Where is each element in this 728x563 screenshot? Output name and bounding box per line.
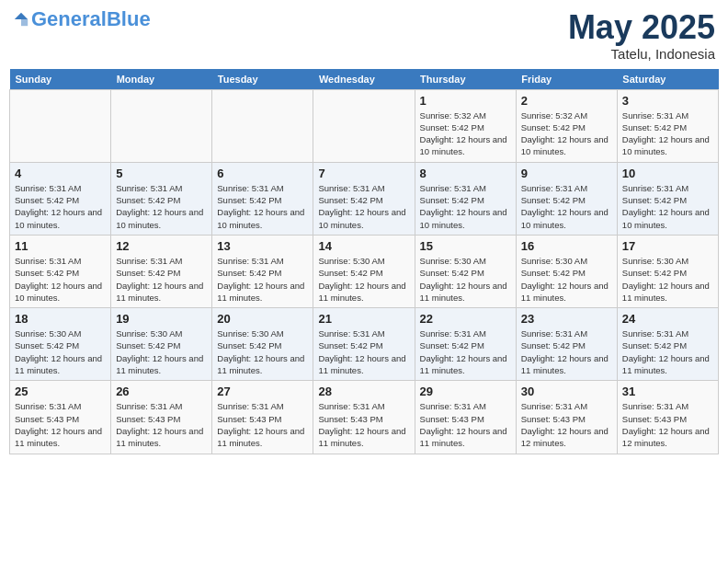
day-number: 23: [521, 312, 612, 326]
header-saturday: Saturday: [617, 69, 718, 90]
day-info: Sunrise: 5:31 AMSunset: 5:42 PMDaylight:…: [420, 327, 511, 376]
day-number: 6: [217, 167, 308, 180]
table-row: 18Sunrise: 5:30 AMSunset: 5:42 PMDayligh…: [10, 308, 111, 381]
day-number: 1: [420, 94, 511, 108]
day-info: Sunrise: 5:31 AMSunset: 5:42 PMDaylight:…: [622, 327, 713, 376]
day-number: 9: [521, 167, 612, 180]
header-friday: Friday: [516, 69, 617, 90]
day-number: 11: [15, 239, 106, 253]
day-info: Sunrise: 5:30 AMSunset: 5:42 PMDaylight:…: [521, 255, 612, 304]
day-number: 18: [15, 312, 106, 326]
table-row: 3Sunrise: 5:31 AMSunset: 5:42 PMDaylight…: [617, 89, 718, 162]
svg-marker-1: [21, 19, 28, 26]
table-row: 4Sunrise: 5:31 AMSunset: 5:42 PMDaylight…: [10, 162, 111, 235]
day-info: Sunrise: 5:31 AMSunset: 5:43 PMDaylight:…: [15, 400, 106, 449]
calendar-week-row: 25Sunrise: 5:31 AMSunset: 5:43 PMDayligh…: [10, 381, 719, 454]
calendar-week-row: 4Sunrise: 5:31 AMSunset: 5:42 PMDaylight…: [10, 162, 719, 235]
table-row: 7Sunrise: 5:31 AMSunset: 5:42 PMDaylight…: [313, 162, 415, 235]
svg-marker-0: [15, 13, 28, 19]
day-info: Sunrise: 5:30 AMSunset: 5:42 PMDaylight:…: [15, 327, 106, 376]
table-row: 30Sunrise: 5:31 AMSunset: 5:43 PMDayligh…: [516, 381, 617, 454]
header-monday: Monday: [111, 69, 212, 90]
day-number: 22: [420, 312, 511, 326]
day-number: 12: [116, 239, 207, 253]
day-info: Sunrise: 5:30 AMSunset: 5:42 PMDaylight:…: [622, 255, 713, 304]
table-row: [10, 89, 111, 162]
day-info: Sunrise: 5:31 AMSunset: 5:42 PMDaylight:…: [521, 182, 612, 231]
header-sunday: Sunday: [10, 69, 111, 90]
table-row: 27Sunrise: 5:31 AMSunset: 5:43 PMDayligh…: [212, 381, 313, 454]
table-row: [313, 89, 415, 162]
day-info: Sunrise: 5:31 AMSunset: 5:42 PMDaylight:…: [622, 182, 713, 231]
table-row: 11Sunrise: 5:31 AMSunset: 5:42 PMDayligh…: [10, 235, 111, 307]
calendar-week-row: 18Sunrise: 5:30 AMSunset: 5:42 PMDayligh…: [10, 308, 719, 381]
day-info: Sunrise: 5:31 AMSunset: 5:43 PMDaylight:…: [622, 400, 713, 449]
day-number: 20: [217, 312, 308, 326]
title-block: May 2025 Tatelu, Indonesia: [568, 9, 715, 62]
logo-blue: Blue: [107, 7, 151, 30]
table-row: 25Sunrise: 5:31 AMSunset: 5:43 PMDayligh…: [10, 381, 111, 454]
day-info: Sunrise: 5:30 AMSunset: 5:42 PMDaylight:…: [217, 327, 308, 376]
header-wednesday: Wednesday: [313, 69, 415, 90]
day-info: Sunrise: 5:31 AMSunset: 5:43 PMDaylight:…: [420, 400, 511, 449]
logo-text: GeneralBlue: [31, 9, 151, 29]
day-number: 15: [420, 239, 511, 253]
weekday-header-row: Sunday Monday Tuesday Wednesday Thursday…: [10, 69, 719, 90]
table-row: 2Sunrise: 5:32 AMSunset: 5:42 PMDaylight…: [516, 89, 617, 162]
table-row: 16Sunrise: 5:30 AMSunset: 5:42 PMDayligh…: [516, 235, 617, 307]
table-row: 12Sunrise: 5:31 AMSunset: 5:42 PMDayligh…: [111, 235, 212, 307]
day-info: Sunrise: 5:30 AMSunset: 5:42 PMDaylight:…: [318, 255, 409, 304]
day-info: Sunrise: 5:30 AMSunset: 5:42 PMDaylight:…: [420, 255, 511, 304]
day-number: 27: [217, 385, 308, 398]
day-info: Sunrise: 5:31 AMSunset: 5:42 PMDaylight:…: [15, 255, 106, 304]
table-row: 29Sunrise: 5:31 AMSunset: 5:43 PMDayligh…: [415, 381, 516, 454]
day-info: Sunrise: 5:31 AMSunset: 5:42 PMDaylight:…: [116, 182, 207, 231]
day-number: 8: [420, 167, 511, 180]
header-thursday: Thursday: [415, 69, 516, 90]
day-number: 29: [420, 385, 511, 398]
day-number: 31: [622, 385, 713, 398]
day-number: 19: [116, 312, 207, 326]
logo: GeneralBlue: [13, 9, 151, 29]
day-info: Sunrise: 5:31 AMSunset: 5:43 PMDaylight:…: [116, 400, 207, 449]
day-number: 10: [622, 167, 713, 180]
table-row: 19Sunrise: 5:30 AMSunset: 5:42 PMDayligh…: [111, 308, 212, 381]
table-row: 1Sunrise: 5:32 AMSunset: 5:42 PMDaylight…: [415, 89, 516, 162]
calendar-week-row: 1Sunrise: 5:32 AMSunset: 5:42 PMDaylight…: [10, 89, 719, 162]
logo-icon: [13, 11, 29, 28]
day-info: Sunrise: 5:31 AMSunset: 5:43 PMDaylight:…: [217, 400, 308, 449]
logo-general: General: [31, 7, 107, 30]
day-number: 14: [318, 239, 409, 253]
calendar-week-row: 11Sunrise: 5:31 AMSunset: 5:42 PMDayligh…: [10, 235, 719, 307]
day-info: Sunrise: 5:31 AMSunset: 5:42 PMDaylight:…: [318, 182, 409, 231]
day-info: Sunrise: 5:31 AMSunset: 5:42 PMDaylight:…: [116, 255, 207, 304]
day-info: Sunrise: 5:31 AMSunset: 5:42 PMDaylight:…: [622, 109, 713, 158]
day-number: 3: [622, 94, 713, 108]
day-info: Sunrise: 5:31 AMSunset: 5:43 PMDaylight:…: [521, 400, 612, 449]
page-header: GeneralBlue May 2025 Tatelu, Indonesia: [9, 9, 719, 62]
day-number: 30: [521, 385, 612, 398]
table-row: 10Sunrise: 5:31 AMSunset: 5:42 PMDayligh…: [617, 162, 718, 235]
day-number: 25: [15, 385, 106, 398]
table-row: [111, 89, 212, 162]
day-number: 21: [318, 312, 409, 326]
table-row: 13Sunrise: 5:31 AMSunset: 5:42 PMDayligh…: [212, 235, 313, 307]
day-number: 13: [217, 239, 308, 253]
table-row: 15Sunrise: 5:30 AMSunset: 5:42 PMDayligh…: [415, 235, 516, 307]
day-number: 28: [318, 385, 409, 398]
day-number: 17: [622, 239, 713, 253]
day-info: Sunrise: 5:30 AMSunset: 5:42 PMDaylight:…: [116, 327, 207, 376]
table-row: 26Sunrise: 5:31 AMSunset: 5:43 PMDayligh…: [111, 381, 212, 454]
day-info: Sunrise: 5:31 AMSunset: 5:42 PMDaylight:…: [318, 327, 409, 376]
day-info: Sunrise: 5:32 AMSunset: 5:42 PMDaylight:…: [521, 109, 612, 158]
day-number: 26: [116, 385, 207, 398]
table-row: 17Sunrise: 5:30 AMSunset: 5:42 PMDayligh…: [617, 235, 718, 307]
calendar-table: Sunday Monday Tuesday Wednesday Thursday…: [9, 69, 719, 454]
day-info: Sunrise: 5:31 AMSunset: 5:42 PMDaylight:…: [217, 255, 308, 304]
table-row: 28Sunrise: 5:31 AMSunset: 5:43 PMDayligh…: [313, 381, 415, 454]
day-info: Sunrise: 5:31 AMSunset: 5:42 PMDaylight:…: [521, 327, 612, 376]
day-number: 7: [318, 167, 409, 180]
day-number: 16: [521, 239, 612, 253]
day-number: 2: [521, 94, 612, 108]
day-info: Sunrise: 5:31 AMSunset: 5:42 PMDaylight:…: [420, 182, 511, 231]
